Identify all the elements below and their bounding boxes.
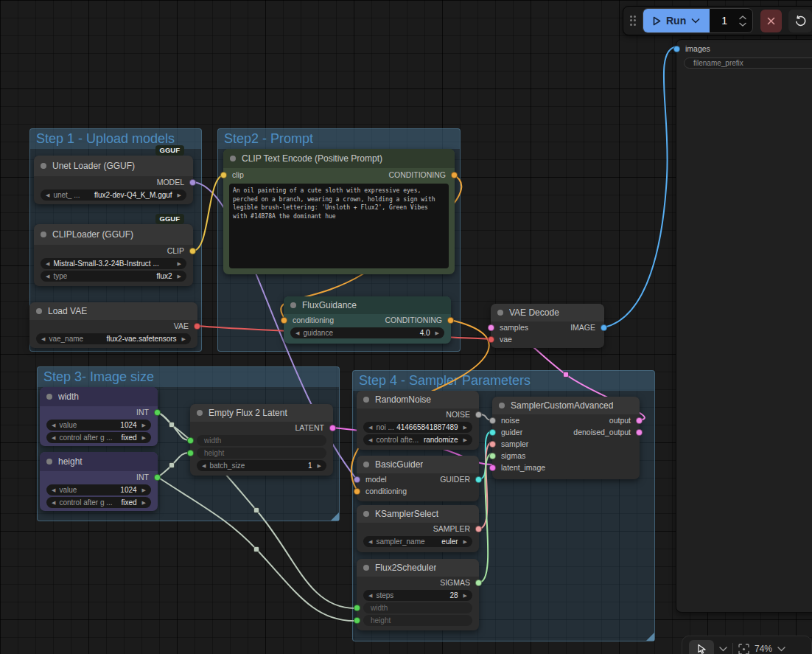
node-ksampler-select[interactable]: KSamplerSelect SAMPLER ◀ sampler_name eu… [357,505,479,552]
input-widget-width[interactable]: width [197,435,326,446]
port-denoised-output[interactable] [636,429,643,436]
arrow-right-icon[interactable]: ▶ [463,593,467,599]
zoom-level[interactable]: 74% [755,644,772,654]
pointer-tool-button[interactable] [689,640,714,654]
port-conditioning-output[interactable] [447,317,454,324]
widget-clip-type[interactable]: ◀ type flux2 ▶ [41,271,186,282]
comfyui-canvas[interactable]: Step 1 - Upload models Step2 - Prompt St… [0,0,812,654]
node-clip-text-encode[interactable]: CLIP Text Encode (Positive Prompt) clip … [223,149,455,274]
node-header[interactable]: Empty Flux 2 Latent [190,404,333,422]
arrow-left-icon[interactable]: ◀ [52,500,55,506]
node-header[interactable]: RandomNoise [357,391,479,408]
pointer-tool-dropdown[interactable] [719,647,727,652]
arrow-left-icon[interactable]: ◀ [368,437,372,443]
collapse-dot[interactable] [46,459,52,465]
node-flux-guidance[interactable]: FluxGuidance conditioning CONDITIONING ◀… [284,296,451,344]
port-images-input[interactable] [673,46,680,52]
arrow-right-icon[interactable]: ▶ [463,425,467,431]
port-guider-output[interactable] [475,476,482,483]
node-header[interactable]: Unet Loader (GGUF) [34,156,193,176]
widget-control-after-generate[interactable]: ◀ control after g ... fixed ▶ [46,432,151,443]
widget-unet-name[interactable]: ◀ unet_ ... flux2-dev-Q4_K_M.gguf ▶ [41,189,186,201]
arrow-right-icon[interactable]: ▶ [318,463,321,469]
port-conditioning-input[interactable] [354,488,360,495]
node-load-vae[interactable]: Load VAE VAE ◀ vae_name flux2-vae.safete… [29,302,197,348]
drag-handle-icon[interactable] [630,15,637,26]
port-model-output[interactable] [189,179,196,186]
node-header[interactable]: VAE Decode [491,304,604,321]
stepper-down-icon[interactable] [739,22,746,27]
port-noise-input[interactable] [489,417,496,424]
node-header[interactable]: Flux2Scheduler [357,559,479,577]
arrow-left-icon[interactable]: ◀ [52,422,55,428]
port-sigmas-output[interactable] [475,580,482,586]
port-clip-input[interactable] [220,172,227,178]
node-height[interactable]: height INT ◀ value 1024 ▶ ◀ control afte… [40,452,158,511]
input-widget-width[interactable]: width [363,602,472,613]
node-sampler-custom-advanced[interactable]: SamplerCustomAdvanced noise output guide… [492,397,640,479]
arrow-left-icon[interactable]: ◀ [52,435,55,441]
port-sampler-output[interactable] [475,526,482,532]
arrow-right-icon[interactable]: ▶ [142,487,146,493]
port-model-input[interactable] [354,476,360,483]
port-output[interactable] [636,417,643,424]
zoom-dropdown[interactable] [777,647,785,652]
arrow-right-icon[interactable]: ▶ [178,274,181,279]
collapse-dot[interactable] [41,232,46,237]
arrow-right-icon[interactable]: ▶ [463,437,467,443]
port-guider-input[interactable] [489,429,496,436]
collapse-dot[interactable] [41,163,46,169]
arrow-right-icon[interactable]: ▶ [142,422,146,428]
port-latent-output[interactable] [329,425,336,431]
port-int-output[interactable] [154,409,161,416]
collapse-dot[interactable] [363,397,369,403]
node-flux2-scheduler[interactable]: Flux2Scheduler SIGMAS ◀ steps 28 ▶ width… [357,559,479,630]
node-vae-decode[interactable]: VAE Decode samples IMAGE vae [491,304,604,348]
arrow-right-icon[interactable]: ▶ [182,336,186,342]
arrow-left-icon[interactable]: ◀ [46,274,49,279]
port-latent-image-input[interactable] [489,465,496,471]
node-clip-loader-gguf[interactable]: GGUF CLIPLoader (GGUF) CLIP ◀ Mistral-Sm… [34,224,193,286]
port-sigmas-input[interactable] [489,453,496,459]
arrow-right-icon[interactable]: ▶ [178,261,181,267]
port-conditioning-input[interactable] [281,317,287,324]
node-basic-guider[interactable]: BasicGuider model GUIDER conditioning [357,456,479,501]
widget-steps[interactable]: ◀ steps 28 ▶ [363,590,472,601]
arrow-right-icon[interactable]: ▶ [142,435,146,441]
prompt-textarea[interactable]: An oil painting of a cute sloth with exp… [229,184,449,268]
widget-noise-seed[interactable]: ◀ noi ... 414665841887489 ▶ [363,422,472,433]
collapse-dot[interactable] [230,156,236,161]
port-int-output[interactable] [154,474,161,481]
arrow-left-icon[interactable]: ◀ [46,261,49,267]
collapse-dot[interactable] [363,462,369,467]
arrow-left-icon[interactable]: ◀ [46,192,49,198]
arrow-left-icon[interactable]: ◀ [41,336,45,342]
node-header[interactable]: Load VAE [29,302,197,320]
arrow-left-icon[interactable]: ◀ [368,539,372,545]
node-header[interactable]: width [40,387,158,406]
port-vae-input[interactable] [488,336,494,343]
node-random-noise[interactable]: RandomNoise NOISE ◀ noi ... 414665841887… [357,391,479,450]
arrow-right-icon[interactable]: ▶ [178,192,181,198]
port-conditioning-output[interactable] [451,172,458,178]
group-resize-handle[interactable] [331,512,339,521]
arrow-left-icon[interactable]: ◀ [52,487,55,493]
port-width-input[interactable] [187,437,194,444]
node-save-image[interactable]: images filename_prefix [676,39,812,613]
widget-clip-name[interactable]: ◀ Mistral-Small-3.2-24B-Instruct ... ▶ [41,258,186,269]
widget-value[interactable]: ◀ value 1024 ▶ [46,420,151,431]
collapse-dot[interactable] [363,511,369,517]
widget-value[interactable]: ◀ value 1024 ▶ [46,484,151,495]
arrow-left-icon[interactable]: ◀ [202,463,206,469]
node-width[interactable]: width INT ◀ value 1024 ▶ ◀ control after… [40,387,158,446]
arrow-right-icon[interactable]: ▶ [142,500,146,506]
widget-control-after-generate[interactable]: ◀ control after g ... fixed ▶ [46,497,151,508]
collapse-dot[interactable] [197,410,203,416]
port-clip-output[interactable] [189,248,196,254]
node-header[interactable]: KSamplerSelect [357,505,479,523]
arrow-right-icon[interactable]: ▶ [463,539,467,545]
arrow-left-icon[interactable]: ◀ [295,330,299,336]
input-widget-height[interactable]: height [197,448,326,459]
node-header[interactable]: FluxGuidance [284,296,451,314]
port-width-input[interactable] [354,605,360,611]
